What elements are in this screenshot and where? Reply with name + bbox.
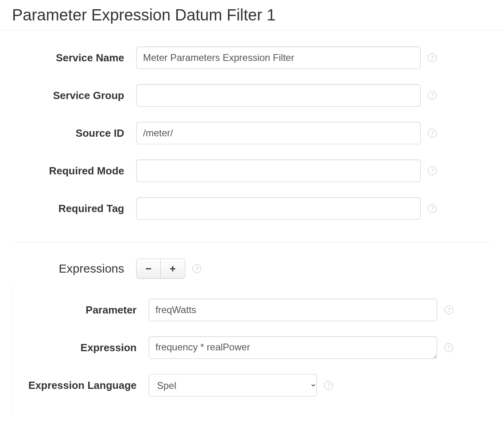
row-source-id: Source ID ? (12, 122, 492, 144)
help-icon[interactable]: ? (428, 91, 437, 100)
input-service-name[interactable] (136, 47, 421, 69)
help-icon[interactable]: ? (428, 166, 437, 175)
row-required-tag: Required Tag ? (12, 197, 492, 220)
input-service-group[interactable] (136, 84, 421, 107)
remove-expression-button[interactable]: − (137, 259, 161, 278)
textarea-expression[interactable]: frequency * realPower (149, 336, 437, 359)
label-expression-language: Expression Language (12, 379, 149, 392)
section-divider (12, 242, 492, 243)
row-service-group: Service Group ? (12, 84, 492, 107)
row-expression: Expression frequency * realPower ? (12, 336, 492, 359)
input-required-mode[interactable] (136, 160, 421, 182)
help-icon[interactable]: ? (324, 381, 333, 390)
label-required-mode: Required Mode (12, 165, 136, 177)
help-icon[interactable]: ? (444, 305, 453, 314)
input-required-tag[interactable] (136, 197, 421, 220)
label-expression: Expression (12, 342, 149, 354)
select-expression-language[interactable]: Spel (149, 374, 317, 396)
page-title: Parameter Expression Datum Filter 1 (0, 0, 504, 30)
expressions-btn-group: − + (136, 259, 185, 279)
label-parameter: Parameter (12, 304, 149, 316)
row-required-mode: Required Mode ? (12, 160, 492, 182)
help-icon[interactable]: ? (444, 343, 453, 352)
label-service-name: Service Name (12, 52, 136, 64)
label-source-id: Source ID (12, 127, 136, 140)
main-form: Service Name ? Service Group ? Source ID… (0, 30, 504, 239)
help-icon[interactable]: ? (428, 129, 437, 138)
row-expression-language: Expression Language Spel ? (12, 374, 492, 396)
help-icon[interactable]: ? (428, 204, 437, 213)
add-expression-button[interactable]: + (161, 259, 185, 278)
input-parameter[interactable] (149, 299, 437, 321)
expression-item: Parameter ? Expression frequency * realP… (12, 287, 504, 416)
label-service-group: Service Group (12, 89, 136, 102)
row-service-name: Service Name ? (12, 47, 492, 69)
row-parameter: Parameter ? (12, 299, 492, 321)
expressions-header: Expressions − + ? (0, 247, 504, 287)
help-icon[interactable]: ? (192, 264, 201, 273)
help-icon[interactable]: ? (428, 53, 437, 62)
input-source-id[interactable] (136, 122, 421, 144)
label-required-tag: Required Tag (12, 202, 136, 215)
expressions-label: Expressions (12, 262, 136, 275)
